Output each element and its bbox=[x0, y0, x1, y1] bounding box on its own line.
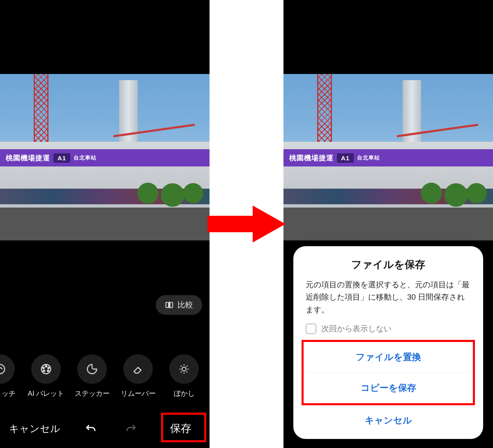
dialog-title: ファイルを保存 bbox=[293, 258, 483, 271]
car-shape bbox=[470, 220, 493, 238]
bottom-bar: キャンセル 保存 bbox=[0, 409, 210, 448]
phone-save-dialog-screen: 桃園機場捷運 A1 台北車站 キャンセル 保存 ファイルを保存 元の項目の置換を… bbox=[283, 0, 493, 448]
svg-line-17 bbox=[181, 372, 182, 372]
tool-remover[interactable]: リムーバー bbox=[115, 354, 161, 398]
svg-rect-1 bbox=[170, 303, 173, 308]
banner-station: 台北車站 bbox=[74, 154, 97, 162]
taxi-shape bbox=[156, 219, 185, 238]
tool-label: ッチ bbox=[2, 389, 16, 398]
svg-point-9 bbox=[43, 367, 44, 369]
crane-shape bbox=[312, 74, 349, 146]
banner-station: 台北車站 bbox=[357, 154, 380, 162]
trees-shape bbox=[407, 175, 489, 212]
svg-marker-19 bbox=[207, 206, 286, 242]
tool-label: AI パレット bbox=[28, 389, 65, 398]
checkbox-icon bbox=[306, 323, 316, 334]
crane-shape bbox=[29, 74, 66, 146]
save-button[interactable]: 保存 bbox=[161, 417, 200, 440]
svg-point-5 bbox=[45, 365, 47, 367]
blur-icon bbox=[177, 362, 191, 376]
svg-point-7 bbox=[47, 370, 49, 372]
sticker-icon bbox=[85, 362, 99, 376]
car-shape bbox=[187, 220, 210, 238]
dialog-cancel-button[interactable]: キャンセル bbox=[293, 405, 483, 430]
compare-label: 比較 bbox=[177, 300, 193, 310]
photo-canvas[interactable]: 桃園機場捷運 A1 台北車站 bbox=[0, 74, 210, 240]
redo-icon[interactable] bbox=[124, 422, 138, 436]
van-shape bbox=[7, 208, 69, 240]
compare-button[interactable]: 比較 bbox=[156, 295, 202, 315]
tool-strip: ッチ AI パレット ステッカー bbox=[0, 347, 210, 405]
banner-badge: A1 bbox=[53, 153, 70, 163]
highlight-actions: ファイルを置換 コピーを保存 bbox=[302, 340, 475, 405]
tool-retouch[interactable]: ッチ bbox=[0, 354, 23, 398]
svg-line-16 bbox=[187, 372, 187, 372]
svg-rect-0 bbox=[166, 303, 168, 308]
tower-shape bbox=[403, 80, 421, 142]
station-banner: 桃園機場捷運 A1 台北車站 bbox=[0, 149, 210, 166]
phone-editor-screen: 桃園機場捷運 A1 台北車站 比較 ッチ bbox=[0, 0, 210, 448]
banner-badge: A1 bbox=[337, 153, 354, 163]
car-shape bbox=[366, 216, 403, 238]
banner-text: 桃園機場捷運 bbox=[6, 153, 50, 163]
car-shape bbox=[407, 219, 435, 238]
tool-ai-palette[interactable]: AI パレット bbox=[23, 354, 69, 398]
van-shape bbox=[291, 208, 352, 240]
replace-file-button[interactable]: ファイルを置換 bbox=[304, 342, 473, 372]
car-shape bbox=[123, 219, 152, 238]
svg-point-10 bbox=[182, 367, 186, 371]
tool-blur[interactable]: ぼかし bbox=[161, 354, 207, 398]
tool-label: ぼかし bbox=[174, 389, 195, 398]
compare-icon bbox=[165, 300, 174, 309]
undo-icon[interactable] bbox=[84, 422, 98, 436]
car-shape bbox=[82, 216, 119, 238]
svg-point-6 bbox=[48, 367, 49, 369]
tower-shape bbox=[119, 80, 138, 142]
save-copy-button[interactable]: コピーを保存 bbox=[304, 372, 473, 403]
save-dialog: ファイルを保存 元の項目の置換を選択すると、元の項目は「最近削除した項目」に移動… bbox=[293, 246, 483, 439]
cancel-button[interactable]: キャンセル bbox=[9, 422, 60, 435]
dialog-description: 元の項目の置換を選択すると、元の項目は「最近削除した項目」に移動し、30 日間保… bbox=[293, 279, 483, 316]
arrow-icon bbox=[207, 203, 286, 245]
dont-show-again-checkbox[interactable]: 次回から表示しない bbox=[293, 323, 483, 340]
trees-shape bbox=[123, 175, 205, 212]
svg-line-18 bbox=[187, 365, 187, 366]
taxi-shape bbox=[440, 219, 468, 238]
eraser-icon bbox=[131, 362, 145, 376]
retouch-icon bbox=[0, 362, 7, 376]
svg-line-15 bbox=[181, 365, 182, 366]
photo-canvas: 桃園機場捷運 A1 台北車站 bbox=[283, 74, 493, 240]
dont-show-label: 次回から表示しない bbox=[321, 323, 392, 334]
palette-icon bbox=[39, 362, 53, 376]
tool-sticker[interactable]: ステッカー bbox=[69, 354, 115, 398]
station-banner: 桃園機場捷運 A1 台北車站 bbox=[283, 149, 493, 166]
tool-label: ステッカー bbox=[75, 389, 110, 398]
banner-text: 桃園機場捷運 bbox=[289, 153, 334, 163]
tool-label: リムーバー bbox=[121, 389, 156, 398]
svg-point-8 bbox=[43, 370, 45, 372]
